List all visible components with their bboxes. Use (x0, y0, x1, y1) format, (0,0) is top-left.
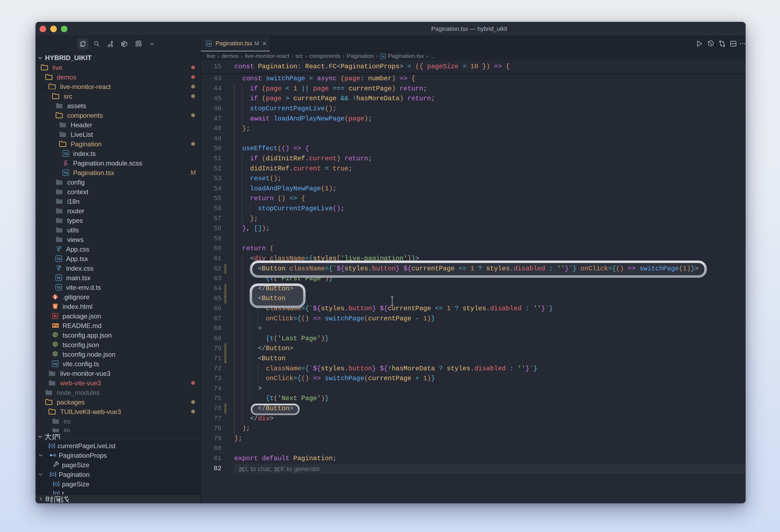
svg-text:TS: TS (57, 257, 61, 260)
svg-text:TS: TS (64, 152, 67, 155)
svg-text:TS: TS (57, 276, 61, 280)
svg-text:TS: TS (64, 171, 67, 175)
svg-text:TS: TS (53, 362, 57, 366)
svg-text:TS: TS (382, 55, 385, 58)
svg-text:TS: TS (207, 42, 210, 45)
svg-text:TS: TS (57, 286, 61, 289)
